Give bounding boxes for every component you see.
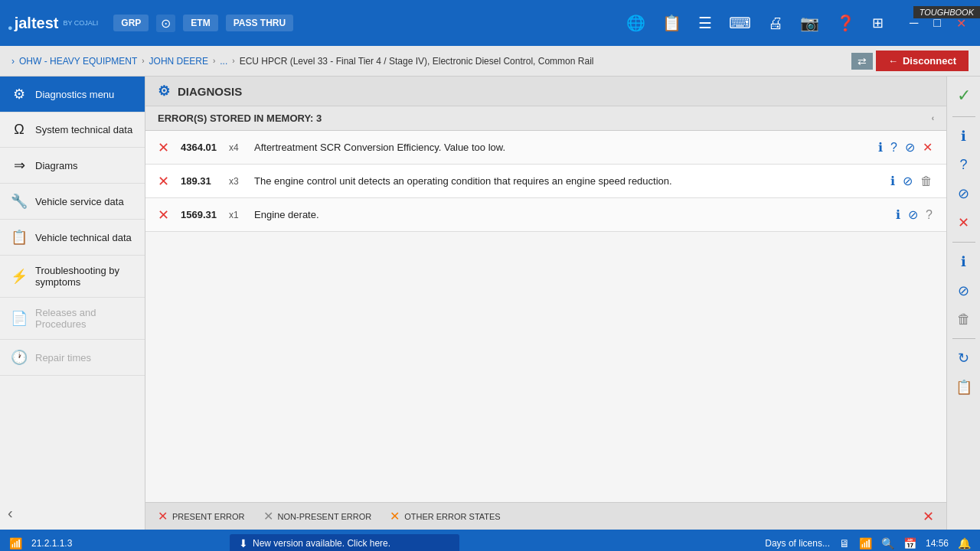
document-icon-btn[interactable]: 📋 (658, 11, 686, 35)
sidebar-item-vehicle-technical[interactable]: 📋 Vehicle technical data (0, 220, 145, 256)
diagnostics-icon: ⚙ (11, 86, 28, 103)
sidebar-item-vehicle-service[interactable]: 🔧 Vehicle service data (0, 184, 145, 220)
diagrams-icon: ⇒ (11, 157, 28, 174)
sidebar-label-diagnostics: Diagnostics menu (35, 89, 114, 100)
rp-info-2-icon[interactable]: ℹ (958, 249, 969, 275)
error-3-icon: ✕ (158, 207, 175, 223)
vehicle-service-icon: 🔧 (11, 193, 28, 210)
error-3-clear-icon[interactable]: ⊘ (906, 206, 920, 223)
error-2-clear-icon[interactable]: ⊘ (901, 172, 914, 190)
camera-icon-btn[interactable]: 📷 (795, 11, 824, 35)
error-3-actions: ℹ ⊘ ? (894, 206, 934, 223)
content-header: ⚙ DIAGNOSIS (145, 77, 946, 106)
breadcrumb-ohw[interactable]: OHW - HEAVY EQUIPMENT (19, 56, 137, 67)
errors-count-label: ERROR(S) STORED IN MEMORY: 3 (158, 112, 322, 124)
grp-button[interactable]: GRP (113, 15, 149, 31)
repair-icon: 🕐 (11, 349, 28, 366)
system-technical-icon: Ω (11, 122, 28, 138)
license-label: Days of licens... (765, 538, 830, 549)
rp-checkmark-icon[interactable]: ✓ (954, 81, 974, 110)
error-row-2: ✕ 189.31 x3 The engine control unit dete… (145, 165, 946, 198)
legend-non-present: ✕ NON-PRESENT ERROR (263, 509, 372, 523)
network-icon: 📶 (859, 537, 872, 549)
error-2-desc: The engine control unit detects an opera… (254, 175, 883, 187)
breadcrumb-sep-2: › (213, 57, 215, 65)
breadcrumb-actions: ⇄ ← Disconnect (851, 51, 969, 71)
sidebar-item-troubleshooting[interactable]: ⚡ Troubleshooting by symptoms (0, 256, 145, 298)
disconnect-button[interactable]: ← Disconnect (876, 51, 969, 71)
update-message: New version available. Click here. (253, 538, 390, 549)
errors-list: ✕ 4364.01 x4 Aftertreatment SCR Conversi… (145, 131, 946, 502)
rp-clear-1-icon[interactable]: ⊘ (955, 181, 972, 207)
keyboard-icon-btn[interactable]: ⌨ (724, 11, 756, 35)
apps-icon-btn[interactable]: ⊞ (867, 11, 888, 34)
rp-divider-2 (952, 242, 975, 243)
breadcrumb-jd[interactable]: JOHN DEERE (149, 56, 208, 67)
sidebar-bottom: ‹ (0, 497, 145, 530)
time-label: 14:56 (926, 538, 949, 549)
notification-icon: 🔔 (958, 537, 971, 549)
error-1-info-icon[interactable]: ℹ (877, 139, 884, 156)
sidebar-item-system-technical[interactable]: Ω System technical data (0, 112, 145, 148)
error-1-clear-icon[interactable]: ⊘ (903, 139, 916, 156)
sidebar-item-diagrams[interactable]: ⇒ Diagrams (0, 148, 145, 184)
breadcrumb-back-icon[interactable]: ⇄ (851, 53, 873, 70)
sidebar-label-system-technical: System technical data (35, 124, 132, 135)
error-3-help-icon[interactable]: ? (924, 207, 934, 223)
list-icon-btn[interactable]: ☰ (694, 11, 717, 35)
globe-icon-btn[interactable]: 🌐 (622, 11, 650, 35)
rp-divider-1 (952, 116, 975, 117)
error-2-delete-icon[interactable]: 🗑 (919, 173, 934, 190)
legend-other-icon: ✕ (390, 509, 400, 523)
rp-clipboard-icon[interactable]: 📋 (952, 374, 975, 400)
sidebar-label-vehicle-service: Vehicle service data (35, 196, 124, 207)
breadcrumb-sep-1: › (142, 57, 144, 65)
sidebar-back-button[interactable]: ‹ (8, 504, 13, 522)
error-2-count: x3 (229, 176, 248, 187)
top-toolbar: ● jaltest BY COJALI GRP ⊙ ETM PASS THRU … (0, 0, 980, 46)
print-icon-btn[interactable]: 🖨 (763, 11, 788, 35)
etm-button[interactable]: ETM (183, 15, 217, 31)
disconnect-label: Disconnect (903, 55, 956, 67)
sidebar: ⚙ Diagnostics menu Ω System technical da… (0, 77, 145, 530)
version-label: 21.2.1.1.3 (31, 538, 72, 549)
disconnect-arrow-icon: ← (888, 55, 898, 67)
rp-trash-icon[interactable]: 🗑 (954, 307, 974, 332)
error-2-info-icon[interactable]: ℹ (889, 172, 897, 190)
error-3-info-icon[interactable]: ℹ (894, 206, 902, 223)
rp-info-1-icon[interactable]: ℹ (958, 123, 969, 149)
update-notification[interactable]: ⬇ New version available. Click here. (230, 534, 459, 551)
monitor-icon: 🖥 (839, 537, 850, 549)
logo-area: ● jaltest BY COJALI (8, 15, 98, 32)
legend-other: ✕ OTHER ERROR STATES (390, 509, 501, 523)
error-1-icon: ✕ (158, 139, 175, 156)
legend-bar: ✕ PRESENT ERROR ✕ NON-PRESENT ERROR ✕ OT… (145, 502, 946, 530)
error-2-actions: ℹ ⊘ 🗑 (889, 172, 934, 190)
footer-right: Days of licens... 🖥 📶 🔍 📅 14:56 🔔 (765, 537, 971, 549)
legend-non-present-icon: ✕ (263, 509, 273, 523)
rp-refresh-icon[interactable]: ↻ (955, 345, 972, 371)
rp-delete-1-icon[interactable]: ✕ (955, 210, 972, 236)
rp-divider-3 (952, 338, 975, 339)
rp-clear-2-icon[interactable]: ⊘ (955, 278, 972, 304)
wifi-icon: 📶 (9, 537, 22, 549)
legend-close-button[interactable]: ✕ (923, 508, 934, 525)
sidebar-item-diagnostics[interactable]: ⚙ Diagnostics menu (0, 77, 145, 112)
content-area: ⚙ DIAGNOSIS ERROR(S) STORED IN MEMORY: 3… (145, 77, 946, 530)
pass-thru-button[interactable]: PASS THRU (226, 15, 293, 31)
logo-text: jaltest (15, 15, 59, 32)
sidebar-item-releases: 📄 Releases and Procedures (0, 298, 145, 340)
pass-icon: ⊙ (161, 16, 171, 31)
legend-present-label: PRESENT ERROR (172, 512, 245, 521)
releases-icon: 📄 (11, 310, 28, 327)
errors-bar: ERROR(S) STORED IN MEMORY: 3 ‹ (145, 106, 946, 131)
diagnosis-section-icon: ⚙ (158, 83, 170, 99)
error-1-delete-icon[interactable]: ✕ (921, 139, 934, 156)
rp-question-1-icon[interactable]: ? (956, 152, 970, 178)
breadcrumb-dots[interactable]: ... (220, 56, 227, 67)
sidebar-label-vehicle-technical: Vehicle technical data (35, 232, 132, 243)
error-1-help-icon[interactable]: ? (889, 139, 899, 156)
help-icon-btn[interactable]: ❓ (831, 11, 860, 35)
legend-other-label: OTHER ERROR STATES (404, 512, 501, 521)
vehicle-technical-icon: 📋 (11, 229, 28, 246)
